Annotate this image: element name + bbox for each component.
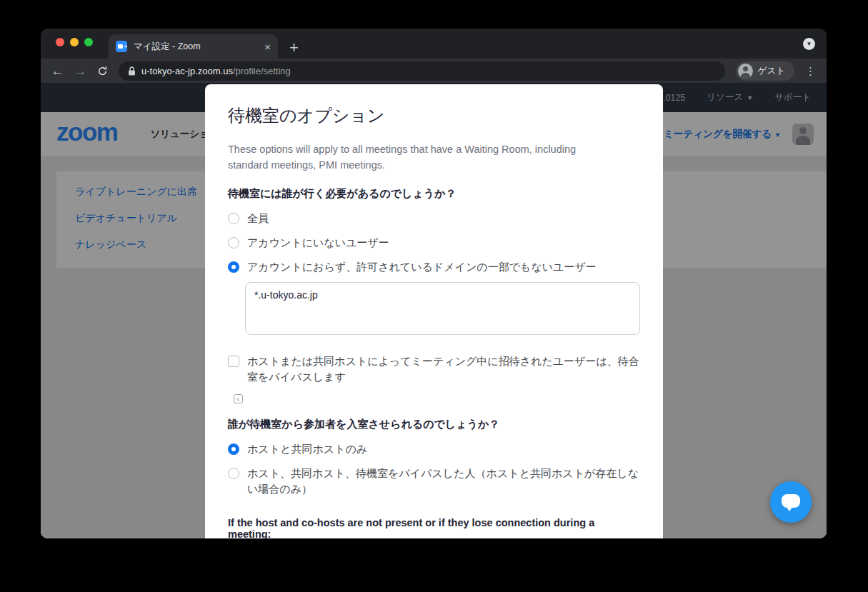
- checkbox-icon[interactable]: [228, 356, 239, 367]
- radio-option-everyone[interactable]: 全員: [228, 211, 640, 226]
- close-window-button[interactable]: [56, 38, 64, 46]
- back-icon[interactable]: ←: [51, 65, 64, 77]
- minimize-window-button[interactable]: [70, 38, 79, 46]
- new-tab-button[interactable]: +: [289, 37, 299, 59]
- radio-option-host-cohost-bypassed[interactable]: ホスト、共同ホスト、待機室をバイパスした人（ホストと共同ホストが存在しない場合の…: [228, 466, 640, 497]
- radio-label: ホストと共同ホストのみ: [247, 441, 367, 457]
- browser-toolbar: ← → u-tokyo-ac-jp.zoom.us/profile/settin…: [41, 59, 827, 83]
- radio-label: 全員: [247, 211, 269, 226]
- question-who-can-admit: 誰が待機室から参加者を入室させられるのでしょうか？: [228, 418, 640, 431]
- broken-image-icon: v.: [234, 394, 243, 403]
- address-bar[interactable]: u-tokyo-ac-jp.zoom.us/profile/setting: [119, 61, 725, 81]
- radio-option-host-cohost-only[interactable]: ホストと共同ホストのみ: [228, 441, 640, 457]
- allowed-domains-input[interactable]: *.u-tokyo.ac.jp: [245, 282, 640, 335]
- forward-icon[interactable]: →: [74, 65, 86, 77]
- tab-search-icon[interactable]: ▼: [803, 38, 815, 50]
- modal-description: These options will apply to all meetings…: [228, 141, 617, 173]
- radio-option-users-not-in-account-or-domain[interactable]: アカウントにおらず、許可されているドメインの一部でもないユーザー: [228, 259, 640, 275]
- reload-icon[interactable]: [97, 66, 108, 76]
- tab-strip: マイ設定 - Zoom × + ▼: [41, 29, 827, 59]
- guest-label: ゲスト: [758, 65, 785, 77]
- radio-selected-icon[interactable]: [228, 261, 239, 273]
- url-domain: u-tokyo-ac-jp.zoom.us: [141, 66, 233, 76]
- radio-selected-icon[interactable]: [228, 443, 239, 455]
- browser-tab[interactable]: マイ設定 - Zoom ×: [109, 34, 278, 59]
- radio-label: ホスト、共同ホスト、待機室をバイパスした人（ホストと共同ホストが存在しない場合の…: [247, 466, 640, 497]
- radio-icon[interactable]: [228, 468, 239, 479]
- browser-window: マイ設定 - Zoom × + ▼ ← → u-tokyo-ac-jp.zoom…: [41, 29, 827, 538]
- radio-label: アカウントにおらず、許可されているドメインの一部でもないユーザー: [247, 259, 597, 275]
- question-who-goes-to-waiting-room: 待機室には誰が行く必要があるのでしょうか？: [228, 187, 640, 201]
- page-viewport: 88.799.0125 リソース▼ サポート zoom ソリューション ミーティ…: [41, 83, 827, 538]
- waiting-room-options-modal: 待機室のオプション These options will apply to al…: [205, 84, 663, 538]
- radio-option-users-not-in-account[interactable]: アカウントにいないユーザー: [228, 235, 640, 251]
- chat-bubble-icon: [782, 494, 800, 508]
- radio-icon[interactable]: [228, 213, 239, 224]
- tab-title: マイ設定 - Zoom: [134, 41, 258, 53]
- radio-icon[interactable]: [228, 237, 239, 249]
- browser-menu-icon[interactable]: ⋮: [805, 66, 816, 76]
- checkbox-label: ホストまたは共同ホストによってミーティング中に招待されたユーザーは、待合室をバイ…: [247, 353, 640, 385]
- guest-avatar-icon: [738, 64, 753, 79]
- lock-icon[interactable]: [128, 66, 136, 76]
- modal-title: 待機室のオプション: [228, 104, 640, 127]
- host-not-present-heading: If the host and co-hosts are not present…: [228, 517, 640, 538]
- tab-close-icon[interactable]: ×: [264, 41, 271, 52]
- bypass-waiting-room-checkbox-row[interactable]: ホストまたは共同ホストによってミーティング中に招待されたユーザーは、待合室をバイ…: [228, 353, 640, 385]
- profile-chip[interactable]: ゲスト: [736, 61, 794, 81]
- radio-label: アカウントにいないユーザー: [247, 235, 389, 251]
- chat-fab-button[interactable]: [770, 481, 812, 523]
- url-path: /profile/setting: [233, 66, 291, 76]
- maximize-window-button[interactable]: [84, 38, 93, 46]
- url-text: u-tokyo-ac-jp.zoom.us/profile/setting: [141, 66, 291, 76]
- window-controls: [56, 38, 93, 46]
- zoom-favicon-icon: [116, 41, 127, 52]
